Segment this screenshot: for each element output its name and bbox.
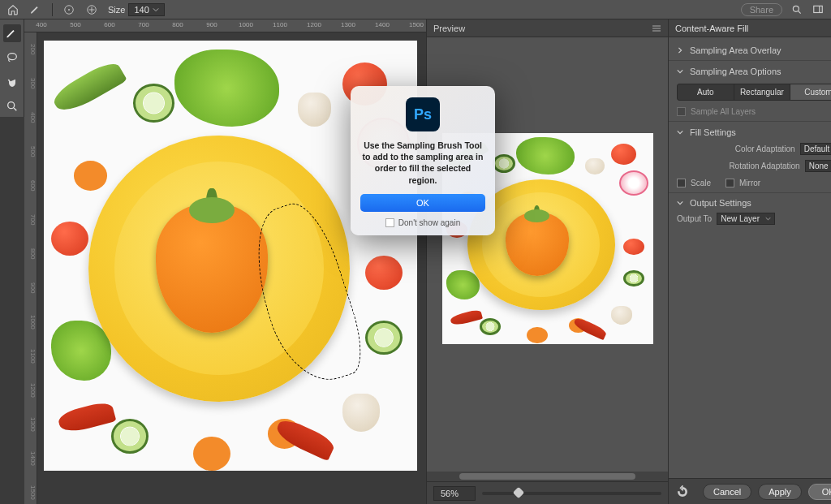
cancel-button[interactable]: Cancel — [703, 484, 751, 500]
rotation-adapt-label: Rotation Adaptation — [677, 162, 800, 170]
chevron-down-icon — [677, 129, 685, 136]
share-button[interactable]: Share — [741, 3, 782, 16]
rotation-adapt-select[interactable]: None — [805, 160, 831, 172]
svg-point-10 — [7, 102, 14, 109]
dont-show-checkbox[interactable] — [385, 218, 394, 227]
section-label: Sampling Area Options — [690, 67, 781, 76]
zoom-slider[interactable] — [482, 492, 661, 495]
svg-line-11 — [14, 108, 16, 110]
dialog-ok-button[interactable]: OK — [360, 194, 485, 212]
seg-custom[interactable]: Custom — [790, 84, 831, 100]
section-label: Fill Settings — [690, 127, 736, 137]
sample-all-layers-checkbox — [677, 107, 686, 116]
sampling-brush-tool[interactable] — [3, 24, 21, 42]
zoom-input[interactable]: 56% — [433, 486, 476, 501]
dont-show-row: Don't show again — [360, 218, 485, 227]
section-fill-settings: Fill Settings Color Adaptation Default R… — [669, 122, 831, 193]
sampling-mode-segment: Auto Rectangular Custom — [677, 84, 831, 101]
color-adapt-select[interactable]: Default — [800, 143, 831, 155]
lasso-tool[interactable] — [3, 49, 21, 67]
content-aware-fill-panel: Content-Aware Fill Sampling Area Overlay… — [668, 19, 831, 504]
brush-mode-icon[interactable] — [85, 3, 98, 16]
section-toggle-output[interactable]: Output Settings — [677, 198, 831, 208]
horizontal-ruler: 4005006007008009001000110012001300140015… — [24, 19, 426, 32]
photoshop-logo-icon: Ps — [406, 97, 440, 131]
tool-strip — [0, 19, 24, 117]
dialog-message: Use the Sampling Brush Tool to add to th… — [360, 140, 485, 186]
section-toggle-overlay[interactable]: Sampling Area Overlay — [677, 45, 831, 55]
preview-title: Preview — [433, 24, 465, 33]
brush-preview-icon[interactable] — [62, 3, 75, 16]
reset-all-icon[interactable] — [675, 485, 690, 499]
sample-all-label: Sample All Layers — [691, 107, 756, 116]
preview-scrollbar[interactable] — [427, 472, 668, 481]
apply-button[interactable]: Apply — [758, 484, 802, 500]
search-icon[interactable] — [790, 3, 803, 16]
output-to-select[interactable]: New Layer — [717, 213, 775, 225]
size-value: 140 — [134, 5, 149, 15]
svg-point-5 — [793, 6, 799, 11]
scale-checkbox[interactable] — [677, 179, 686, 187]
hand-tool[interactable] — [3, 73, 21, 91]
home-icon[interactable] — [6, 3, 19, 16]
panel-title: Content-Aware Fill — [675, 24, 748, 33]
section-label: Output Settings — [690, 198, 751, 208]
scale-label: Scale — [691, 179, 711, 187]
section-sampling-overlay: Sampling Area Overlay — [669, 41, 831, 61]
color-adapt-label: Color Adaptation — [677, 144, 795, 153]
brush-tool-icon[interactable] — [29, 3, 42, 16]
mirror-checkbox[interactable] — [726, 179, 734, 187]
chevron-right-icon — [677, 47, 685, 54]
workspace-icon[interactable] — [812, 3, 825, 16]
section-sampling-options: Sampling Area Options Auto Rectangular C… — [669, 61, 831, 122]
dont-show-label: Don't show again — [398, 218, 460, 227]
size-label: Size — [108, 5, 125, 15]
zoom-tool[interactable] — [3, 97, 21, 115]
svg-line-6 — [799, 11, 801, 13]
mirror-label: Mirror — [739, 179, 760, 187]
output-to-label: Output To — [677, 214, 712, 223]
seg-auto[interactable]: Auto — [678, 84, 734, 100]
section-toggle-options[interactable]: Sampling Area Options — [677, 66, 831, 77]
ok-button[interactable]: OK — [808, 484, 831, 500]
svg-point-1 — [68, 9, 69, 10]
section-label: Sampling Area Overlay — [690, 45, 781, 55]
topbar: Size 140 Share — [0, 0, 831, 19]
section-toggle-fill[interactable]: Fill Settings — [677, 127, 831, 138]
seg-rectangular[interactable]: Rectangular — [734, 84, 791, 100]
panel-menu-icon[interactable] — [652, 24, 661, 32]
brush-size-control: Size 140 — [108, 3, 165, 16]
svg-point-9 — [7, 54, 16, 60]
size-input[interactable]: 140 — [128, 3, 164, 16]
section-output: Output Settings Output To New Layer — [669, 193, 831, 230]
svg-rect-7 — [814, 6, 823, 12]
info-dialog: Ps Use the Sampling Brush Tool to add to… — [351, 86, 495, 235]
vertical-ruler: 2003004005006007008009001000110012001300… — [24, 32, 37, 504]
chevron-down-icon — [677, 68, 685, 75]
chevron-down-icon — [677, 200, 685, 206]
